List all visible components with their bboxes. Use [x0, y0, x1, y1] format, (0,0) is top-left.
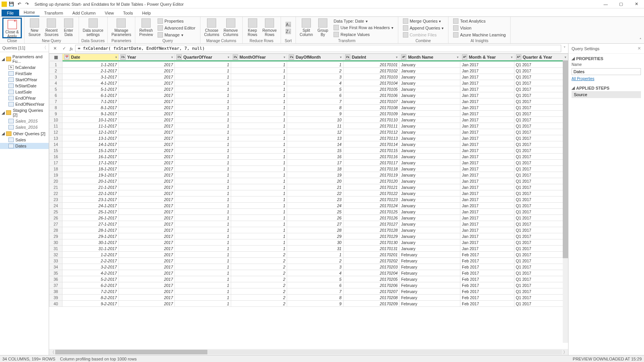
save-icon[interactable]: 💾: [8, 1, 15, 7]
filter-dropdown-icon[interactable]: ▾: [284, 56, 285, 59]
table-row[interactable]: 55-1-2017201711520170105JanuaryJan 2017Q…: [49, 86, 568, 92]
query-group[interactable]: ◢Parameters and Fu...: [0, 54, 49, 64]
table-row[interactable]: 387-2-2017201712720170207FebruaryFeb 201…: [49, 288, 568, 295]
filter-dropdown-icon[interactable]: ▾: [396, 56, 398, 59]
filter-dropdown-icon[interactable]: ▾: [511, 56, 513, 59]
column-header[interactable]: 1²₃Year▾: [118, 54, 175, 61]
table-row[interactable]: 1919-1-20172017111920170119JanuaryJan 20…: [49, 172, 568, 178]
table-row[interactable]: 1717-1-20172017111720170117JanuaryJan 20…: [49, 160, 568, 166]
table-row[interactable]: 2727-1-20172017112720170127JanuaryJan 20…: [49, 221, 568, 227]
tools-tab[interactable]: Tools: [118, 10, 138, 16]
table-row[interactable]: 66-1-2017201711620170106JanuaryJan 2017Q…: [49, 92, 568, 98]
type-icon[interactable]: Aᴮ: [516, 54, 521, 60]
azure-ml-button[interactable]: Azure Machine Learning: [452, 32, 506, 38]
applied-steps-header[interactable]: ◢APPLIED STEPS: [572, 85, 641, 90]
query-item[interactable]: LastSale: [0, 89, 49, 95]
query-item[interactable]: EndOfNextYear: [0, 101, 49, 107]
sort-asc-button[interactable]: A↓: [285, 21, 292, 28]
query-group[interactable]: ◢Staging Queries [2]: [0, 107, 49, 118]
table-row[interactable]: 1818-1-20172017111820170118JanuaryJan 20…: [49, 166, 568, 172]
type-icon[interactable]: Aᴮ: [462, 54, 467, 60]
split-column-button[interactable]: Split Column: [298, 18, 314, 38]
table-row[interactable]: 354-2-2017201712420170204FebruaryFeb 201…: [49, 270, 568, 276]
properties-section-header[interactable]: ◢PROPERTIES: [572, 56, 641, 61]
remove-rows-button[interactable]: Remove Rows: [261, 18, 278, 38]
expand-formula-button[interactable]: ˅: [564, 46, 566, 51]
remove-columns-button[interactable]: Remove Columns: [222, 18, 240, 38]
table-row[interactable]: 321-2-2017201712120170201FebruaryFeb 201…: [49, 252, 568, 258]
text-analytics-button[interactable]: Text Analytics: [452, 18, 506, 24]
type-icon[interactable]: 1²₃: [120, 54, 126, 60]
query-item[interactable]: Sales_2015: [0, 118, 49, 124]
choose-columns-button[interactable]: Choose Columns: [203, 18, 221, 38]
column-header[interactable]: 1²₃MonthOfYear▾: [231, 54, 287, 61]
transform-tab[interactable]: Transform: [39, 10, 68, 16]
horizontal-scrollbar[interactable]: 〈 〉: [49, 349, 568, 355]
combine-files-button[interactable]: Combine Files: [402, 32, 445, 38]
table-row[interactable]: 398-2-2017201712820170208FebruaryFeb 201…: [49, 295, 568, 301]
column-header[interactable]: 📅Date▾: [62, 54, 119, 61]
column-header[interactable]: 1²₃DayOfMonth▾: [287, 54, 343, 61]
query-item[interactable]: fxStartDate: [0, 83, 49, 89]
cancel-formula-button[interactable]: ✕: [51, 45, 58, 52]
table-row[interactable]: 1010-1-20172017111020170110JanuaryJan 20…: [49, 117, 568, 123]
manage-button[interactable]: Manage ▾: [157, 32, 196, 38]
scroll-left-button[interactable]: 〈: [49, 349, 55, 355]
filter-dropdown-icon[interactable]: ▾: [565, 56, 566, 59]
close-window-button[interactable]: ✕: [629, 0, 644, 8]
column-header[interactable]: AᴮQuarter & Year▾: [514, 54, 568, 61]
table-row[interactable]: 3030-1-20172017113020170130JanuaryJan 20…: [49, 239, 568, 246]
data-type-button[interactable]: Data Type: Date ▾: [333, 18, 394, 24]
table-row[interactable]: 376-2-2017201712620170206FebruaryFeb 201…: [49, 282, 568, 288]
query-item[interactable]: StartOfYear: [0, 77, 49, 83]
all-properties-link[interactable]: All Properties: [572, 77, 594, 81]
table-row[interactable]: 409-2-2017201712920170209FebruaryFeb 201…: [49, 301, 568, 307]
help-tab[interactable]: Help: [138, 10, 156, 16]
query-item[interactable]: EndOfYear: [0, 95, 49, 101]
query-item[interactable]: FirstSale: [0, 70, 49, 77]
applied-step-source[interactable]: Source: [572, 91, 641, 98]
query-item[interactable]: Sales_2016: [0, 124, 49, 130]
table-row[interactable]: 2323-1-20172017112320170123JanuaryJan 20…: [49, 197, 568, 203]
recent-sources-button[interactable]: Recent Sources: [43, 18, 60, 38]
group-by-button[interactable]: Group By: [315, 18, 330, 38]
filter-dropdown-icon[interactable]: ▾: [457, 56, 458, 59]
query-item[interactable]: fxfxCalendar: [0, 64, 49, 70]
table-row[interactable]: 365-2-2017201712520170205FebruaryFeb 201…: [49, 276, 568, 282]
refresh-preview-button[interactable]: Refresh Preview: [138, 18, 154, 38]
table-row[interactable]: 3131-1-20172017113120170131JanuaryJan 20…: [49, 246, 568, 252]
type-icon[interactable]: Aᴮ: [401, 54, 406, 60]
type-icon[interactable]: 1²₃: [345, 54, 350, 60]
close-settings-button[interactable]: ✕: [637, 46, 641, 51]
keep-rows-button[interactable]: Keep Rows: [245, 18, 260, 38]
close-apply-button[interactable]: ✕ Close & Apply: [4, 19, 20, 39]
append-queries-button[interactable]: Append Queries ▾: [402, 25, 445, 31]
table-corner[interactable]: ▦: [49, 54, 62, 61]
table-row[interactable]: 44-1-2017201711420170104JanuaryJan 2017Q…: [49, 80, 568, 86]
enter-data-button[interactable]: Enter Data: [61, 18, 76, 38]
vertical-scrollbar[interactable]: [563, 61, 568, 343]
table-row[interactable]: 1313-1-20172017111320170113JanuaryJan 20…: [49, 135, 568, 141]
type-icon[interactable]: 1²₃: [176, 54, 182, 60]
accept-formula-button[interactable]: ✓: [61, 45, 67, 52]
query-item[interactable]: Dates: [0, 143, 49, 149]
column-header[interactable]: AᴮMonth & Year▾: [460, 54, 514, 61]
redo-icon[interactable]: ↷: [24, 1, 30, 7]
table-row[interactable]: 11-1-2017201711120170101JanuaryJan 2017Q…: [49, 62, 568, 68]
data-source-settings-button[interactable]: Data source settings: [81, 18, 105, 38]
table-row[interactable]: 1414-1-20172017111420170114JanuaryJan 20…: [49, 141, 568, 147]
filter-dropdown-icon[interactable]: ▾: [228, 56, 229, 59]
table-row[interactable]: 2121-1-20172017112120170121JanuaryJan 20…: [49, 184, 568, 190]
filter-dropdown-icon[interactable]: ▾: [171, 56, 173, 59]
table-row[interactable]: 2929-1-20172017112920170129JanuaryJan 20…: [49, 233, 568, 239]
table-row[interactable]: 2626-1-20172017112620170126JanuaryJan 20…: [49, 215, 568, 221]
column-header[interactable]: 1²₃DateInt▾: [343, 54, 399, 61]
filter-dropdown-icon[interactable]: ▾: [115, 56, 117, 59]
replace-values-button[interactable]: Replace Values: [333, 31, 394, 38]
vision-button[interactable]: Vision: [452, 25, 506, 31]
new-source-button[interactable]: New Source: [27, 18, 42, 38]
table-row[interactable]: 33-1-2017201711320170103JanuaryJan 2017Q…: [49, 74, 568, 80]
table-row[interactable]: 22-1-2017201711220170102JanuaryJan 2017Q…: [49, 68, 568, 74]
query-group[interactable]: ◢Other Queries [2]: [0, 130, 49, 137]
table-row[interactable]: 1212-1-20172017111220170112JanuaryJan 20…: [49, 129, 568, 135]
